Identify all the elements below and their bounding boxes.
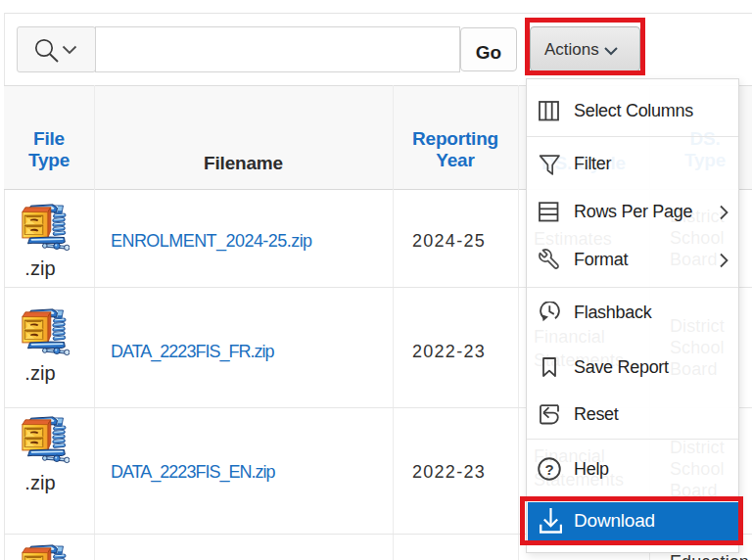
svg-text:?: ?: [544, 461, 553, 478]
